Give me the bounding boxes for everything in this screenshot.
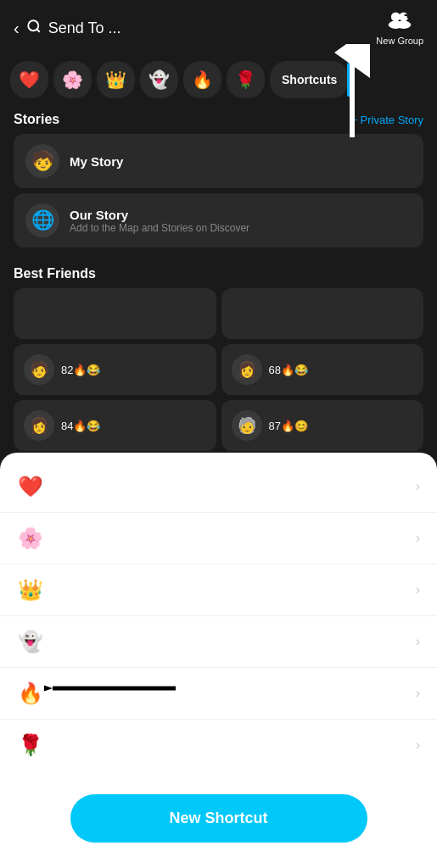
shortcut-item-heart[interactable]: ❤️ › bbox=[0, 461, 437, 513]
add-story-button[interactable]: + Private Story bbox=[350, 114, 423, 126]
shortcut-emoji-rose: 🌹 bbox=[17, 733, 44, 757]
stories-title: Stories bbox=[14, 112, 59, 127]
friend-card-1[interactable] bbox=[14, 288, 216, 339]
shortcut-item-blossom[interactable]: 🌸 › bbox=[0, 513, 437, 565]
filter-heart[interactable]: ❤️ bbox=[10, 61, 48, 98]
filter-blossom[interactable]: 🌸 bbox=[53, 61, 92, 98]
back-icon[interactable]: ‹ bbox=[14, 19, 20, 38]
shortcut-left-blossom: 🌸 bbox=[17, 526, 56, 550]
my-story-avatar: 🧒 bbox=[25, 144, 59, 178]
shortcut-item-crown[interactable]: 👑 › bbox=[0, 565, 437, 616]
chevron-right-icon-blossom: › bbox=[416, 531, 420, 546]
friend-avatar-6: 🧓 bbox=[232, 410, 262, 441]
friend-score-4: 68🔥😂 bbox=[269, 364, 308, 376]
friend-card-6[interactable]: 🧓 87🔥😊 bbox=[221, 400, 424, 451]
new-shortcut-label: New Shortcut bbox=[169, 810, 267, 826]
svg-point-5 bbox=[396, 21, 411, 29]
search-icon[interactable] bbox=[26, 19, 42, 38]
new-group-label: New Group bbox=[376, 36, 423, 46]
friend-score-3: 82🔥😂 bbox=[61, 364, 100, 376]
svg-point-2 bbox=[391, 12, 401, 21]
best-friends-title: Best Friends bbox=[14, 266, 96, 281]
friend-card-5[interactable]: 👩 84🔥😂 bbox=[14, 400, 216, 451]
shortcut-emoji-heart: ❤️ bbox=[17, 475, 44, 498]
stories-section: Stories + Private Story 🧒 My Story 🌐 Our… bbox=[0, 103, 437, 258]
filter-rose[interactable]: 🌹 bbox=[227, 61, 265, 98]
shortcut-left-ghost: 👻 bbox=[17, 630, 56, 654]
shortcut-left-rose: 🌹 bbox=[17, 733, 56, 757]
my-story-item[interactable]: 🧒 My Story bbox=[14, 134, 423, 188]
our-story-avatar: 🌐 bbox=[25, 203, 59, 237]
friend-avatar-3: 🧑 bbox=[24, 354, 54, 385]
chevron-right-icon-ghost: › bbox=[416, 634, 420, 649]
shortcuts-label: Shortcuts bbox=[282, 73, 337, 86]
shortcut-item-ghost[interactable]: 👻 › bbox=[0, 616, 437, 668]
shortcuts-button[interactable]: Shortcuts bbox=[270, 61, 349, 98]
header-left: ‹ Send To ... bbox=[14, 19, 120, 38]
svg-point-0 bbox=[28, 20, 38, 31]
our-story-name: Our Story bbox=[70, 208, 249, 222]
svg-rect-7 bbox=[405, 14, 412, 16]
our-story-sub: Add to the Map and Stories on Discover bbox=[70, 222, 249, 234]
chevron-right-icon-fire: › bbox=[416, 686, 420, 701]
friend-card-2[interactable] bbox=[221, 288, 424, 339]
shortcut-emoji-ghost: 👻 bbox=[17, 630, 44, 654]
friend-avatar-4: 👩 bbox=[232, 354, 262, 385]
chevron-right-icon-rose: › bbox=[416, 737, 420, 753]
chevron-right-icon-crown: › bbox=[416, 582, 420, 598]
my-story-info: My Story bbox=[70, 154, 123, 169]
chevron-right-icon-heart: › bbox=[416, 479, 420, 494]
friends-grid: 🧑 82🔥😂 👩 68🔥😂 👩 84🔥😂 🧓 87🔥😊 bbox=[14, 288, 423, 451]
shortcut-item-rose[interactable]: 🌹 › bbox=[0, 720, 437, 771]
header: ‹ Send To ... New Group bbox=[0, 0, 437, 56]
new-group-button[interactable]: New Group bbox=[376, 10, 423, 46]
our-story-item[interactable]: 🌐 Our Story Add to the Map and Stories o… bbox=[14, 193, 423, 248]
shortcut-emoji-fire: 🔥 bbox=[17, 682, 44, 705]
header-title: Send To ... bbox=[48, 19, 121, 37]
shortcut-left-fire: 🔥 bbox=[17, 682, 56, 705]
shortcut-left-heart: ❤️ bbox=[17, 475, 56, 498]
shortcut-item-fire[interactable]: 🔥 › bbox=[0, 668, 437, 720]
friend-avatar-5: 👩 bbox=[24, 410, 54, 441]
shortcuts-bottom-sheet: ❤️ › 🌸 › 👑 › 👻 › bbox=[0, 453, 437, 868]
best-friends-header: Best Friends bbox=[14, 266, 423, 281]
top-section: ‹ Send To ... New Group bbox=[0, 0, 437, 475]
new-shortcut-button[interactable]: New Shortcut bbox=[70, 794, 367, 843]
svg-line-1 bbox=[36, 29, 39, 31]
my-story-name: My Story bbox=[70, 154, 123, 169]
shortcut-emoji-crown: 👑 bbox=[17, 578, 44, 602]
friend-card-3[interactable]: 🧑 82🔥😂 bbox=[14, 344, 216, 395]
filter-fire[interactable]: 🔥 bbox=[183, 61, 221, 98]
friend-score-6: 87🔥😊 bbox=[269, 420, 308, 432]
friend-score-5: 84🔥😂 bbox=[61, 420, 100, 432]
friend-card-4[interactable]: 👩 68🔥😂 bbox=[221, 344, 424, 395]
filter-row: ❤️ 🌸 👑 👻 🔥 🌹 Shortcuts bbox=[0, 56, 437, 103]
filter-ghost[interactable]: 👻 bbox=[140, 61, 178, 98]
our-story-info: Our Story Add to the Map and Stories on … bbox=[70, 208, 249, 234]
shortcut-left-crown: 👑 bbox=[17, 578, 56, 602]
best-friends-section: Best Friends 🧑 82🔥😂 👩 68🔥😂 👩 84🔥😂 🧓 87🔥😊 bbox=[0, 258, 437, 456]
svg-point-3 bbox=[399, 12, 408, 21]
stories-header: Stories + Private Story bbox=[14, 112, 423, 127]
shortcut-emoji-blossom: 🌸 bbox=[17, 526, 44, 550]
filter-crown[interactable]: 👑 bbox=[97, 61, 135, 98]
new-group-icon bbox=[388, 10, 412, 34]
shortcut-list: ❤️ › 🌸 › 👑 › 👻 › bbox=[0, 453, 437, 779]
